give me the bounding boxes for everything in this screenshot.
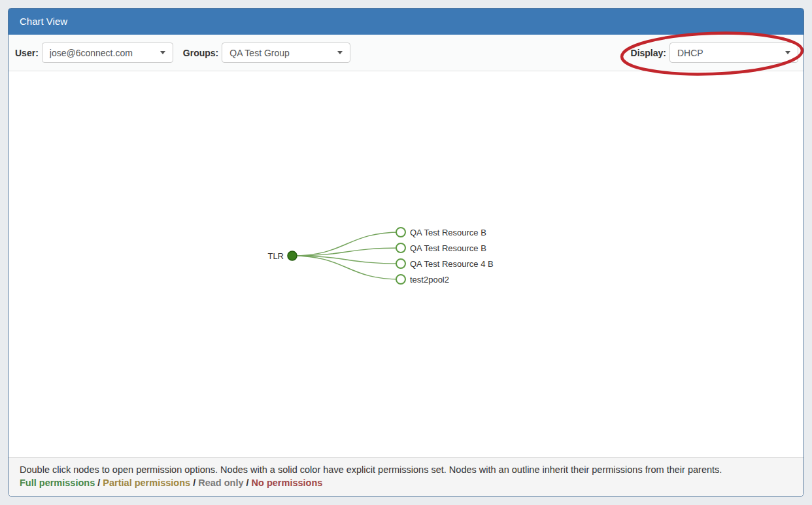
display-select[interactable]: DHCP bbox=[669, 43, 798, 63]
footer-instructions: Double click nodes to open permission op… bbox=[20, 464, 792, 476]
panel-footer: Double click nodes to open permission op… bbox=[8, 457, 804, 496]
tree-node-label: QA Test Resource B bbox=[410, 228, 486, 237]
tree-node-child-2[interactable] bbox=[396, 259, 405, 268]
permissions-legend: Full permissions / Partial permissions /… bbox=[20, 476, 792, 490]
user-field: User: jose@6connect.com bbox=[15, 43, 173, 63]
permission-tree-svg: QA Test Resource BQA Test Resource BQA T… bbox=[8, 71, 804, 457]
legend-item-no-permissions: No permissions bbox=[252, 478, 323, 488]
toolbar: User: jose@6connect.com Groups: QA Test … bbox=[8, 35, 804, 71]
tree-node-child-3[interactable] bbox=[396, 275, 405, 284]
legend-separator: / bbox=[244, 478, 252, 488]
display-field: Display: DHCP bbox=[631, 43, 798, 63]
groups-select-value: QA Test Group bbox=[229, 48, 290, 58]
groups-field: Groups: QA Test Group bbox=[183, 43, 350, 63]
groups-label: Groups: bbox=[183, 48, 218, 58]
tree-node-root[interactable] bbox=[288, 251, 297, 260]
caret-down-icon bbox=[160, 51, 165, 54]
tree-root-label: TLR bbox=[267, 251, 284, 261]
tree-node-label: QA Test Resource 4 B bbox=[410, 259, 494, 269]
tree-node-child-1[interactable] bbox=[396, 243, 405, 252]
tree-node-child-0[interactable] bbox=[396, 228, 405, 237]
groups-select[interactable]: QA Test Group bbox=[222, 43, 350, 63]
display-select-value: DHCP bbox=[677, 48, 703, 58]
legend-item-read-only: Read only bbox=[198, 478, 243, 488]
legend-item-partial-permissions: Partial permissions bbox=[103, 478, 190, 488]
legend-separator: / bbox=[95, 478, 103, 488]
user-select[interactable]: jose@6connect.com bbox=[42, 43, 173, 63]
tree-node-label: QA Test Resource B bbox=[410, 243, 486, 253]
caret-down-icon bbox=[337, 51, 343, 54]
legend-separator: / bbox=[190, 478, 198, 488]
user-select-value: jose@6connect.com bbox=[50, 48, 133, 58]
panel-title: Chart View bbox=[20, 16, 67, 27]
panel-header: Chart View bbox=[8, 9, 804, 35]
tree-node-label: test2pool2 bbox=[410, 275, 449, 285]
chart-area: QA Test Resource BQA Test Resource BQA T… bbox=[8, 71, 804, 457]
legend-item-full-permissions: Full permissions bbox=[20, 478, 95, 488]
chart-view-panel: Chart View User: jose@6connect.com Group… bbox=[8, 8, 804, 496]
display-label: Display: bbox=[631, 48, 666, 58]
caret-down-icon bbox=[785, 51, 790, 54]
user-label: User: bbox=[15, 48, 39, 58]
